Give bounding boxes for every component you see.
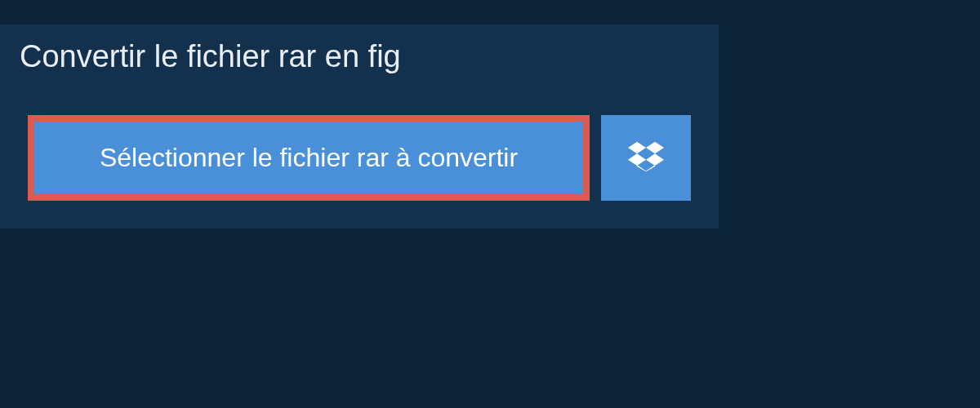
dropbox-button[interactable] [601, 115, 691, 201]
action-row: Sélectionner le fichier rar à convertir [0, 89, 719, 228]
select-file-label: Sélectionner le fichier rar à convertir [100, 143, 518, 173]
converter-panel: Convertir le fichier rar en fig Sélectio… [0, 24, 719, 228]
select-file-button[interactable]: Sélectionner le fichier rar à convertir [28, 115, 590, 201]
dropbox-icon [628, 139, 664, 178]
page-title: Convertir le fichier rar en fig [0, 24, 427, 89]
